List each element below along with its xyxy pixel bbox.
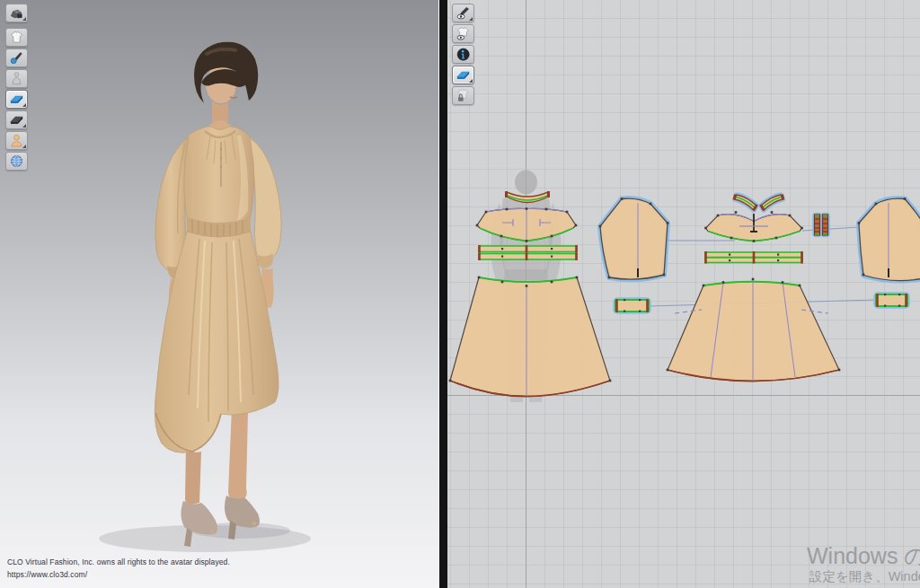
pen-eye-icon — [456, 5, 471, 21]
show-garment-button[interactable] — [5, 28, 28, 47]
fabric-blue-icon — [456, 67, 471, 83]
fabric-view-button[interactable] — [5, 90, 28, 109]
3d-pen-button[interactable] — [5, 48, 28, 67]
pattern-sleeve-right[interactable] — [858, 197, 920, 280]
3d-viewport[interactable]: CLO Virtual Fashion, Inc. owns all right… — [0, 0, 438, 588]
show-garment-2d-button[interactable] — [452, 24, 474, 43]
pattern-front-collar[interactable] — [507, 191, 549, 203]
3d-objects-button[interactable] — [5, 4, 28, 22]
fabric-view-2d-button[interactable] — [452, 66, 474, 84]
mannequin-icon — [9, 71, 24, 86]
pattern-plackets[interactable] — [815, 215, 828, 235]
show-avatar-button[interactable] — [5, 69, 28, 88]
lock-pattern-button[interactable] — [452, 86, 474, 105]
clo3d-window: CLO Virtual Fashion, Inc. owns all right… — [0, 0, 920, 588]
pattern-sleeve-left[interactable] — [599, 197, 669, 279]
2d-pen-button[interactable] — [452, 4, 474, 22]
fabric-dark-button[interactable] — [5, 110, 28, 129]
pattern-front-bodice[interactable] — [476, 207, 578, 242]
avatar-head-icon — [9, 133, 24, 148]
shirt-eye-icon — [456, 26, 471, 41]
avatar-copyright: CLO Virtual Fashion, Inc. owns all right… — [7, 556, 230, 581]
pen-3d-icon — [9, 50, 24, 66]
pattern-cuff-right[interactable] — [876, 294, 907, 307]
fabric-dark-icon — [9, 112, 24, 127]
3d-objects-icon — [9, 5, 24, 21]
pattern-back-collar[interactable] — [734, 195, 783, 211]
pattern-front-waistband[interactable] — [479, 245, 577, 260]
pattern-back-waistband[interactable] — [705, 251, 802, 264]
copyright-line2: https://www.clo3d.com/ — [7, 568, 230, 581]
copyright-line1: CLO Virtual Fashion, Inc. owns all right… — [7, 556, 230, 568]
shirt-icon — [9, 30, 24, 45]
2d-pattern-canvas[interactable]: Windows のライ 設定を開き、Windows — [447, 0, 920, 588]
environment-button[interactable] — [5, 152, 28, 171]
info-icon — [456, 47, 471, 62]
pattern-info-button[interactable] — [452, 45, 474, 64]
avatar-dress — [155, 127, 281, 452]
panel-divider[interactable] — [438, 0, 447, 588]
avatar-display-button[interactable] — [5, 131, 28, 150]
shirt-lock-icon — [456, 88, 471, 103]
3d-toolbar — [5, 4, 28, 172]
pattern-back-skirt[interactable] — [667, 278, 841, 382]
3d-avatar[interactable] — [0, 0, 438, 588]
2d-toolbar — [452, 4, 474, 107]
globe-icon — [9, 154, 24, 169]
pattern-cuff-left[interactable] — [615, 299, 649, 312]
pattern-front-skirt[interactable] — [449, 276, 612, 397]
pattern-back-bodice[interactable] — [704, 211, 803, 242]
fabric-blue-icon — [9, 92, 24, 107]
